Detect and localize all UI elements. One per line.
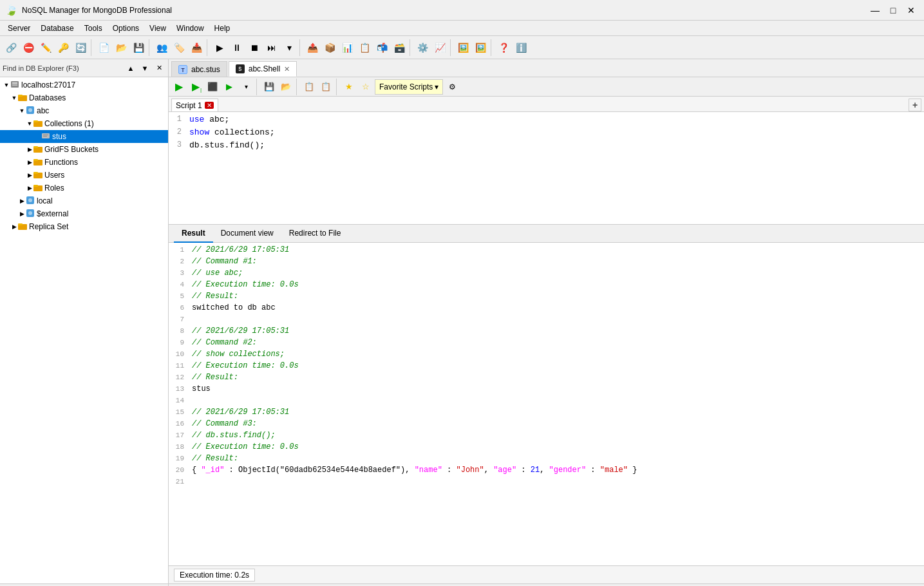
- toolbar-export6[interactable]: 🗃️: [391, 39, 408, 56]
- menu-item-server[interactable]: Server: [3, 23, 35, 34]
- toolbar-help[interactable]: ❓: [495, 39, 512, 56]
- toolbar-export4[interactable]: 📋: [356, 39, 373, 56]
- fav-star-2[interactable]: ☆: [358, 79, 373, 95]
- svg-point-21: [28, 198, 32, 202]
- result-line-number: 10: [169, 350, 189, 358]
- tree-item-functions[interactable]: ▶Functions: [0, 156, 168, 169]
- svg-rect-8: [33, 120, 38, 122]
- toolbar-export5[interactable]: 📬: [373, 39, 390, 56]
- toolbar-connect[interactable]: 🔗: [3, 39, 19, 56]
- paste-script-button[interactable]: 📋: [318, 79, 334, 95]
- menu-bar: ServerDatabaseToolsOptionsViewWindowHelp: [0, 21, 924, 36]
- toolbar-monitor[interactable]: 📈: [431, 39, 448, 56]
- result-line-number: 7: [169, 315, 189, 323]
- toolbar-dropdown[interactable]: ▾: [281, 39, 297, 56]
- find-down-button[interactable]: ▼: [138, 62, 151, 75]
- toolbar-settings[interactable]: ⚙️: [414, 39, 431, 56]
- toolbar-open[interactable]: 📂: [113, 39, 129, 56]
- toolbar-export2[interactable]: 📦: [321, 39, 338, 56]
- stop-button[interactable]: ⬛: [205, 79, 220, 95]
- execute-dropdown[interactable]: ▾: [238, 79, 254, 95]
- tree-item-abc[interactable]: ▼abc: [0, 104, 168, 117]
- result-line-19: 19// Result:: [169, 454, 924, 466]
- save-script-button[interactable]: 💾: [261, 79, 277, 95]
- add-script-button[interactable]: +: [909, 99, 921, 111]
- find-close-button[interactable]: ✕: [153, 62, 165, 75]
- line-code[interactable]: use abc;: [187, 115, 924, 128]
- toolbar-sep-2: [149, 39, 151, 56]
- menu-item-tools[interactable]: Tools: [79, 23, 108, 34]
- toolbar-edit[interactable]: ✏️: [37, 39, 54, 56]
- result-tab-docview[interactable]: Document view: [213, 225, 281, 243]
- toolbar-info[interactable]: ℹ️: [513, 39, 529, 56]
- menu-item-database[interactable]: Database: [35, 23, 79, 34]
- result-line-content: // 2021/6/29 17:05:31: [189, 326, 924, 336]
- script-tab-1[interactable]: Script 1 ✕: [171, 99, 218, 111]
- run-all-button[interactable]: ▶: [171, 79, 187, 95]
- close-button[interactable]: ✕: [903, 3, 919, 18]
- result-line-number: 15: [169, 408, 189, 416]
- tree-item-roles[interactable]: ▶Roles: [0, 182, 168, 194]
- script-tab-1-close[interactable]: ✕: [205, 102, 214, 109]
- toolbar-export1[interactable]: 📤: [304, 39, 321, 56]
- result-tab-redirect[interactable]: Redirect to File: [281, 225, 349, 243]
- toolbar-btn5[interactable]: ▶: [211, 39, 228, 56]
- toolbar-properties[interactable]: 🔑: [55, 39, 71, 56]
- toolbar-users[interactable]: 👥: [153, 39, 170, 56]
- svg-rect-19: [33, 185, 38, 187]
- toolbar-btn7[interactable]: ⏹: [246, 39, 263, 56]
- toolbar-new[interactable]: 📄: [95, 39, 112, 56]
- tab-stus[interactable]: T abc.stus: [171, 61, 227, 77]
- tree-item-stus[interactable]: stus: [0, 130, 168, 143]
- run-current-button[interactable]: ▶|: [188, 79, 203, 95]
- editor-area[interactable]: 1use abc;2show collections;3db.stus.find…: [169, 112, 924, 225]
- toolbar-roles[interactable]: 🏷️: [171, 39, 187, 56]
- tree-item-databases[interactable]: ▼Databases: [0, 91, 168, 104]
- result-line-content: // Execution time: 0.0s: [189, 280, 924, 289]
- result-line-content: // Command #1:: [189, 257, 924, 266]
- result-tab-result[interactable]: Result: [174, 225, 213, 243]
- tree-item-localhost-27017[interactable]: ▼localhost:27017: [0, 79, 168, 91]
- tree-item--external[interactable]: ▶$external: [0, 207, 168, 220]
- tree-item-users[interactable]: ▶Users: [0, 169, 168, 182]
- tab-shell[interactable]: $ abc.Shell ✕: [229, 61, 297, 77]
- maximize-button[interactable]: □: [885, 3, 901, 18]
- toolbar-import[interactable]: 📥: [188, 39, 205, 56]
- tree-item-collections--1-[interactable]: ▼Collections (1): [0, 117, 168, 130]
- tree-item-gridfs-buckets[interactable]: ▶GridFS Buckets: [0, 143, 168, 156]
- toolbar-image2[interactable]: 🖼️: [472, 39, 489, 56]
- tree-arrow-collections--1-: ▼: [26, 120, 33, 127]
- main-layout: Find in DB Explorer (F3) ▲ ▼ ✕ ▼localhos…: [0, 59, 924, 583]
- toolbar-btn6[interactable]: ⏸: [229, 39, 245, 56]
- menu-item-help[interactable]: Help: [209, 23, 236, 34]
- menu-item-options[interactable]: Options: [108, 23, 144, 34]
- toolbar-image1[interactable]: 🖼️: [455, 39, 471, 56]
- status-bar: stus: [0, 583, 924, 586]
- explain-button[interactable]: ▶: [222, 79, 237, 95]
- script-settings-button[interactable]: ⚙: [444, 79, 460, 95]
- toolbar-refresh[interactable]: 🔄: [72, 39, 89, 56]
- fav-star-1[interactable]: ★: [341, 79, 357, 95]
- result-line-10: 10// show collections;: [169, 350, 924, 361]
- open-script-button[interactable]: 📂: [278, 79, 294, 95]
- menu-item-view[interactable]: View: [144, 23, 171, 34]
- line-code[interactable]: show collections;: [187, 128, 924, 140]
- title-bar-controls: — □ ✕: [867, 3, 919, 18]
- toolbar-export3[interactable]: 📊: [339, 39, 355, 56]
- tree-icon-folder: [33, 184, 42, 193]
- copy-script-button[interactable]: 📋: [301, 79, 317, 95]
- favorite-scripts-button[interactable]: Favorite Scripts ▾: [375, 79, 443, 95]
- find-up-button[interactable]: ▲: [124, 62, 137, 75]
- toolbar-disconnect[interactable]: ⛔: [20, 39, 37, 56]
- tree-item-local[interactable]: ▶local: [0, 194, 168, 207]
- tree-item-replica-set[interactable]: ▶Replica Set: [0, 220, 168, 233]
- line-code[interactable]: db.stus.find();: [187, 140, 924, 153]
- code-token: db.stus.find();: [189, 140, 265, 150]
- tree-icon-db: [26, 106, 35, 117]
- menu-item-window[interactable]: Window: [171, 23, 209, 34]
- result-area[interactable]: 1// 2021/6/29 17:05:312// Command #1:3//…: [169, 243, 924, 565]
- toolbar-save[interactable]: 💾: [130, 39, 147, 56]
- toolbar-btn8[interactable]: ⏭: [263, 39, 280, 56]
- minimize-button[interactable]: —: [867, 3, 883, 18]
- shell-tab-close[interactable]: ✕: [284, 65, 290, 73]
